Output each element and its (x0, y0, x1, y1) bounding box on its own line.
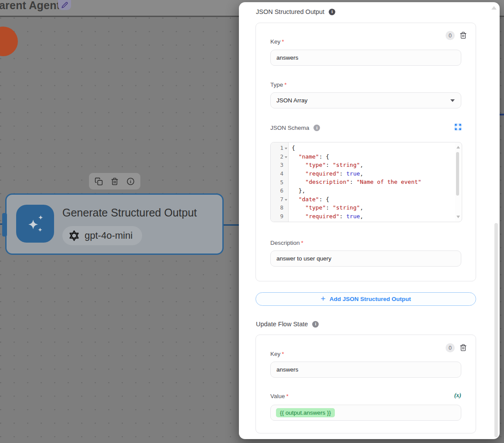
value-input[interactable]: {{ output.answers }} (270, 405, 461, 421)
add-json-output-button[interactable]: + Add JSON Structured Output (255, 292, 476, 306)
fold-icon[interactable] (285, 148, 287, 149)
expand-schema-button[interactable] (455, 124, 461, 130)
gutter-line: 8 (271, 203, 288, 212)
gutter-line: 4 (271, 169, 288, 178)
node-info-button[interactable] (126, 177, 135, 186)
flow-state-section-header: Update Flow State (256, 321, 319, 328)
sparkles-icon (24, 212, 47, 236)
node-title: Generate Structured Output (62, 206, 197, 219)
type-select[interactable]: JSON Array (270, 92, 461, 108)
copy-node-button[interactable] (95, 177, 103, 186)
panel-scrollbar[interactable] (494, 223, 498, 437)
variable-token[interactable]: {{ output.answers }} (276, 408, 335, 417)
chevron-down-icon (450, 99, 455, 102)
trash-icon (111, 177, 119, 186)
edge-out-of-node (224, 224, 241, 226)
code-line[interactable]: "name": { (292, 152, 459, 161)
fold-icon[interactable] (285, 156, 287, 158)
delete-flow-state-button[interactable] (460, 344, 467, 352)
json-schema-editor[interactable]: 123456789 { "name": { "type": "string", … (270, 142, 462, 222)
gutter-line: 9 (271, 212, 288, 221)
editor-gutter: 123456789 (271, 142, 289, 222)
gutter-line: 5 (271, 178, 288, 186)
code-line[interactable]: "description": "Name of the event" (292, 178, 459, 186)
gutter-line: 1 (271, 144, 288, 152)
gutter-line: 6 (271, 186, 288, 195)
pencil-icon (61, 2, 68, 10)
key-label: Key* (270, 351, 284, 357)
json-output-card: 0 Key* Type* JSON Array JSON Schema (255, 23, 476, 281)
delete-json-output-button[interactable] (460, 31, 467, 39)
code-line[interactable]: { (292, 144, 459, 152)
flow-state-card: 0 Key* Value* (x) {{ output.answers }} (255, 335, 476, 433)
trash-icon (460, 31, 467, 39)
info-icon (126, 177, 135, 186)
type-selected-value: JSON Array (276, 97, 307, 104)
section-title: JSON Structured Output (256, 8, 324, 15)
insert-variable-icon[interactable]: (x) (454, 392, 461, 399)
json-schema-label: JSON Schema (270, 125, 309, 131)
info-icon[interactable] (312, 321, 319, 328)
index-badge: 0 (446, 343, 455, 352)
code-line[interactable]: "date": { (292, 195, 459, 204)
key-input[interactable] (270, 362, 461, 378)
description-label: Description* (270, 240, 303, 246)
scroll-down-arrow-icon[interactable] (456, 216, 460, 218)
json-schema-header: JSON Schema (270, 125, 320, 131)
panel-scroll-up-arrow[interactable] (491, 6, 497, 10)
code-line[interactable]: }, (292, 186, 459, 195)
flow-title: arent Agent (0, 0, 60, 12)
fold-icon[interactable] (285, 199, 287, 201)
model-name: gpt-4o-mini (85, 230, 133, 241)
trash-icon (460, 344, 467, 352)
value-label: Value* (270, 393, 289, 399)
copy-icon (95, 177, 103, 186)
delete-node-button[interactable] (111, 177, 119, 186)
code-line[interactable]: "required": true, (292, 212, 459, 221)
key-input[interactable] (270, 50, 461, 66)
code-line[interactable]: "type": "string", (292, 161, 459, 169)
openai-logo-icon (68, 230, 80, 242)
node-toolbar (89, 173, 140, 189)
edit-title-button[interactable] (58, 0, 71, 10)
description-input[interactable] (270, 250, 461, 267)
node-config-panel: JSON Structured Output 0 Key* Type* JSON… (239, 2, 500, 439)
gutter-line: 7 (271, 195, 288, 204)
editor-scrollbar[interactable] (455, 143, 461, 221)
type-label: Type* (270, 81, 287, 88)
node-generate-structured-output[interactable]: Generate Structured Output gpt-4o-mini (5, 193, 224, 255)
node-icon-container (16, 205, 54, 243)
gutter-line: 3 (271, 161, 288, 169)
index-badge: 0 (446, 31, 455, 40)
info-icon[interactable] (329, 9, 335, 15)
section-title: Update Flow State (256, 321, 308, 328)
info-icon[interactable] (313, 125, 320, 131)
editor-scroll-thumb[interactable] (456, 152, 459, 196)
model-pill[interactable]: gpt-4o-mini (62, 226, 142, 245)
node-input-handle[interactable] (2, 213, 7, 237)
json-output-section-header: JSON Structured Output (256, 8, 335, 15)
key-label: Key* (270, 38, 284, 45)
scroll-up-arrow-icon[interactable] (456, 146, 460, 149)
code-line[interactable]: "required": true, (292, 169, 459, 178)
expand-icon (455, 124, 461, 130)
editor-code[interactable]: { "name": { "type": "string", "required"… (289, 142, 462, 222)
plus-icon: + (321, 294, 326, 303)
gutter-line: 2 (271, 152, 288, 161)
code-line[interactable]: "type": "string", (292, 203, 459, 212)
